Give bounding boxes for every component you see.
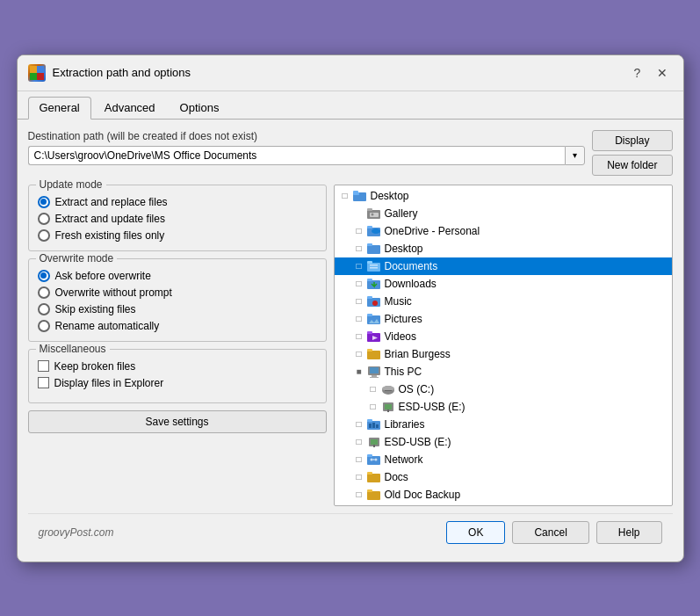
title-bar-controls: ? ✕ — [627, 62, 673, 83]
tree-item-gallery[interactable]: Gallery — [335, 205, 672, 222]
svg-rect-35 — [370, 377, 379, 378]
tree-item-documents[interactable]: □ Documents — [335, 257, 672, 275]
app-icon — [28, 64, 46, 82]
tree-item-onedrive[interactable]: □ OneDrive - Personal — [335, 222, 672, 240]
help-button-bottom[interactable]: Help — [596, 521, 662, 544]
tree-name-esd-usb-e2: ESD-USB (E:) — [385, 436, 451, 448]
radio-extract-replace[interactable]: Extract and replace files — [38, 196, 317, 208]
ok-button[interactable]: OK — [446, 521, 505, 544]
overwrite-mode-title: Overwrite mode — [36, 252, 118, 265]
expand-icon-documents: □ — [352, 259, 366, 273]
svg-rect-43 — [367, 419, 372, 422]
radio-skip-existing[interactable]: Skip existing files — [38, 303, 317, 315]
tree-name-pictures: Pictures — [385, 313, 422, 325]
svg-rect-18 — [370, 265, 378, 266]
tree-name-this-pc: This PC — [385, 366, 422, 378]
svg-rect-3 — [37, 73, 44, 80]
radio-extract-update[interactable]: Extract and update files — [38, 213, 317, 225]
svg-rect-44 — [369, 424, 372, 428]
expand-icon-brian-burgess: □ — [352, 347, 366, 361]
folder-icon-videos — [366, 330, 382, 344]
svg-rect-50 — [367, 456, 380, 465]
miscellaneous-title: Miscellaneous — [36, 343, 110, 355]
tree-item-libraries[interactable]: □ Libraries — [335, 416, 672, 433]
radio-label-extract-update: Extract and update files — [55, 213, 165, 225]
svg-rect-33 — [370, 367, 379, 373]
tree-name-esd-usb-e1: ESD-USB (E:) — [399, 401, 465, 413]
radio-label-overwrite-no-prompt: Overwrite without prompt — [55, 286, 172, 299]
expand-icon-onedrive: □ — [352, 224, 366, 238]
dialog-window: Extraction path and options ? ✕ General … — [17, 54, 684, 562]
expand-icon-docs: □ — [352, 470, 366, 484]
checkbox-box-display-explorer — [38, 377, 49, 388]
tab-advanced[interactable]: Advanced — [93, 97, 167, 119]
destination-label: Destination path (will be created if doe… — [28, 130, 586, 142]
title-bar-left: Extraction path and options — [28, 64, 191, 82]
svg-rect-2 — [30, 73, 37, 80]
svg-rect-57 — [367, 491, 380, 500]
tree-item-downloads[interactable]: □ Downloads — [335, 275, 672, 293]
tab-general[interactable]: General — [28, 97, 91, 120]
radio-label-fresh-existing: Fresh existing files only — [55, 229, 165, 242]
destination-input[interactable] — [28, 146, 566, 165]
folder-icon-network — [366, 453, 382, 467]
save-settings-button[interactable]: Save settings — [28, 410, 327, 433]
destination-dropdown-button[interactable]: ▾ — [565, 146, 585, 165]
help-button[interactable]: ? — [627, 62, 648, 83]
checkbox-display-explorer[interactable]: Display files in Explorer — [38, 377, 317, 389]
tree-item-docs[interactable]: □ Docs — [335, 468, 672, 486]
watermark: groovyPost.com — [39, 526, 114, 539]
misc-options: Keep broken files Display files in Explo… — [38, 360, 317, 389]
tree-item-pictures[interactable]: □ Pictures — [335, 310, 672, 328]
tree-item-desktop2[interactable]: □ Desktop — [335, 240, 672, 257]
expand-icon-downloads: □ — [352, 277, 366, 291]
tree-item-old-doc-backup[interactable]: □ Old Doc Backup — [335, 486, 672, 504]
expand-icon-music: □ — [352, 294, 366, 308]
expand-icon-os-c: □ — [366, 382, 380, 396]
svg-point-53 — [374, 458, 377, 460]
expand-icon-gallery — [352, 207, 366, 221]
left-panel: Update mode Extract and replace files Ex… — [28, 185, 327, 506]
tree-name-desktop2: Desktop — [385, 243, 423, 255]
close-button[interactable]: ✕ — [652, 62, 673, 83]
miscellaneous-group: Miscellaneous Keep broken files Display … — [28, 349, 327, 403]
svg-rect-41 — [387, 409, 389, 412]
tree-item-network[interactable]: □ Network — [335, 451, 672, 468]
expand-icon-network: □ — [352, 453, 366, 467]
svg-rect-0 — [30, 66, 37, 73]
svg-point-24 — [372, 301, 378, 306]
radio-rename-auto[interactable]: Rename automatically — [38, 320, 317, 332]
svg-point-52 — [370, 458, 372, 460]
radio-ask-before[interactable]: Ask before overwrite — [38, 270, 317, 282]
expand-icon-videos: □ — [352, 330, 366, 344]
expand-icon-esd-usb-e2: □ — [352, 435, 366, 449]
svg-rect-15 — [367, 243, 372, 246]
cancel-button[interactable]: Cancel — [512, 521, 588, 544]
expand-icon-old-doc-backup: □ — [352, 488, 366, 502]
tree-name-old-doc-backup: Old Doc Backup — [385, 489, 461, 501]
display-button[interactable]: Display — [592, 130, 672, 151]
radio-fresh-existing[interactable]: Fresh existing files only — [38, 229, 317, 242]
radio-overwrite-no-prompt[interactable]: Overwrite without prompt — [38, 286, 317, 299]
radio-circle-extract-update — [38, 213, 50, 225]
tree-item-brian-burgess[interactable]: □ Brian Burgess — [335, 345, 672, 363]
new-folder-button[interactable]: New folder — [592, 155, 672, 176]
svg-rect-38 — [385, 390, 392, 391]
tree-item-esd-usb-e2[interactable]: □ ESD-USB (E:) — [335, 433, 672, 451]
folder-icon-desktop1 — [352, 189, 368, 203]
svg-rect-1 — [37, 66, 44, 73]
tree-item-os-c[interactable]: □ OS (C:) — [335, 380, 672, 398]
tree-item-esd-usb-e1[interactable]: □ ESD-USB (E:) — [335, 398, 672, 416]
checkbox-keep-broken[interactable]: Keep broken files — [38, 360, 317, 373]
tree-item-music[interactable]: □ Music — [335, 293, 672, 310]
tree-name-documents: Documents — [385, 260, 438, 272]
tree-item-this-pc[interactable]: ■ This PC — [335, 363, 672, 380]
folder-icon-downloads — [366, 277, 382, 291]
tab-options[interactable]: Options — [169, 97, 231, 119]
folder-icon-this-pc — [366, 365, 382, 379]
tree-item-desktop1[interactable]: □ Desktop — [335, 187, 672, 205]
svg-rect-56 — [367, 472, 372, 475]
radio-circle-ask-before — [38, 270, 50, 282]
tree-item-videos[interactable]: □ Videos — [335, 328, 672, 345]
file-tree[interactable]: □ Desktop Gallery — [335, 185, 672, 505]
